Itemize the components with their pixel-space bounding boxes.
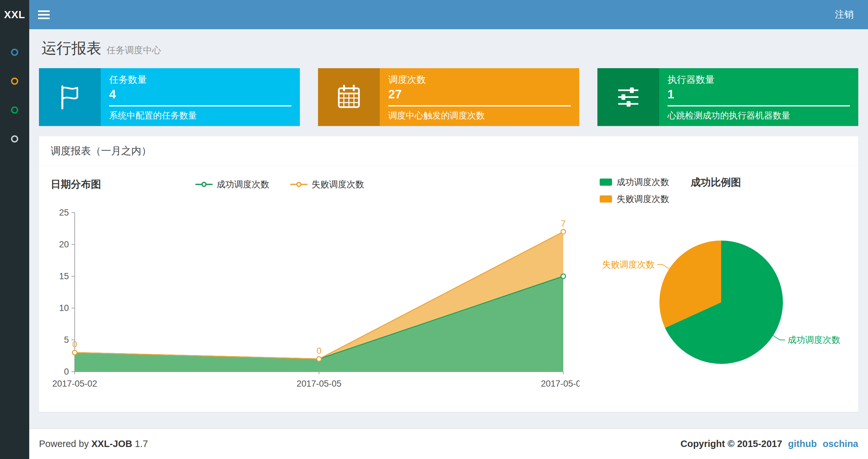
info-box-desc: 调度中心触发的调度次数 xyxy=(388,110,570,122)
hamburger-icon xyxy=(38,8,50,21)
info-box-desc: 系统中配置的任务数量 xyxy=(109,110,291,122)
svg-text:2017-05-08: 2017-05-08 xyxy=(541,379,580,389)
info-box-executors: 执行器数量 1 心跳检测成功的执行器机器数量 xyxy=(597,68,858,126)
svg-text:20: 20 xyxy=(59,239,69,249)
svg-text:0: 0 xyxy=(316,346,321,356)
github-link[interactable]: github xyxy=(788,438,817,449)
report-panel: 调度报表（一月之内） 日期分布图 成功调度次数 xyxy=(39,136,858,412)
svg-text:0: 0 xyxy=(72,339,77,349)
calendar-icon xyxy=(318,68,380,126)
swatch-icon xyxy=(600,195,612,202)
powered-by: Powered by XXL-JOB 1.7 xyxy=(39,438,148,449)
success-ratio-section: 成功调度次数 失败调度次数 成功比例图 成功调度次数失败调度次数 xyxy=(580,172,852,402)
divider xyxy=(388,105,570,106)
svg-text:2017-05-05: 2017-05-05 xyxy=(297,379,341,389)
legend-item-success[interactable]: 成功调度次数 xyxy=(195,178,269,190)
powered-prefix: Powered by xyxy=(39,438,89,449)
info-box-label: 执行器数量 xyxy=(668,73,850,86)
circle-icon xyxy=(11,106,18,113)
line-chart-title: 日期分布图 xyxy=(51,177,101,191)
divider xyxy=(109,105,291,106)
svg-text:0: 0 xyxy=(64,367,69,376)
ring-icon xyxy=(296,182,302,187)
sidebar-item-4[interactable] xyxy=(0,124,29,153)
swatch-icon xyxy=(600,178,612,186)
page-title-text: 运行报表 xyxy=(41,40,101,57)
copyright-text: Copyright © 2015-2017 xyxy=(681,438,782,449)
pie-chart-title: 成功比例图 xyxy=(691,175,741,189)
svg-text:5: 5 xyxy=(64,335,69,345)
info-box-triggers: 调度次数 27 调度中心触发的调度次数 xyxy=(318,68,579,126)
legend-item-fail[interactable]: 失败调度次数 xyxy=(600,193,669,205)
info-box-value: 1 xyxy=(668,88,850,101)
copyright: Copyright © 2015-2017 github oschina xyxy=(681,438,858,449)
svg-text:7: 7 xyxy=(561,219,565,229)
sidebar-item-1[interactable] xyxy=(0,38,29,67)
sidebar-item-3[interactable] xyxy=(0,95,29,124)
info-box-desc: 心跳检测成功的执行器机器数量 xyxy=(668,110,850,122)
svg-text:2017-05-02: 2017-05-02 xyxy=(52,379,97,389)
line-marker-icon xyxy=(195,184,213,185)
success-ratio-chart: 成功调度次数失败调度次数 xyxy=(585,205,845,400)
brand-name: XXL-JOB xyxy=(91,438,132,449)
svg-text:失败调度次数: 失败调度次数 xyxy=(602,260,655,269)
oschina-link[interactable]: oschina xyxy=(823,438,858,449)
sidebar xyxy=(0,29,29,459)
page-title: 运行报表任务调度中心 xyxy=(41,38,856,59)
footer: Powered by XXL-JOB 1.7 Copyright © 2015-… xyxy=(29,428,868,459)
app-logo[interactable]: XXL xyxy=(0,0,29,29)
legend-item-fail[interactable]: 失败调度次数 xyxy=(290,178,364,190)
page-subtitle: 任务调度中心 xyxy=(106,45,161,55)
info-box-label: 调度次数 xyxy=(388,73,570,86)
legend-item-success[interactable]: 成功调度次数 xyxy=(600,176,669,188)
svg-text:成功调度次数: 成功调度次数 xyxy=(788,335,840,345)
circle-icon xyxy=(11,77,18,85)
line-marker-icon xyxy=(290,184,308,185)
info-box-value: 27 xyxy=(388,88,570,101)
svg-text:10: 10 xyxy=(59,303,69,313)
main-content: 运行报表任务调度中心 任务数量 4 系统中配置的任务数量 xyxy=(29,29,868,428)
pie-chart-legend: 成功调度次数 失败调度次数 xyxy=(600,176,669,205)
panel-title: 调度报表（一月之内） xyxy=(39,136,858,166)
legend-label: 成功调度次数 xyxy=(217,178,269,190)
sidebar-toggle-button[interactable] xyxy=(29,0,59,29)
info-box-jobs: 任务数量 4 系统中配置的任务数量 xyxy=(39,68,300,126)
circle-icon xyxy=(11,135,18,142)
circle-icon xyxy=(11,49,18,56)
info-box-row: 任务数量 4 系统中配置的任务数量 调度次数 2 xyxy=(39,68,858,126)
legend-label: 失败调度次数 xyxy=(312,178,364,190)
svg-text:25: 25 xyxy=(59,208,69,218)
info-box-value: 4 xyxy=(109,88,291,101)
date-distribution-chart: 05101520252017-05-022017-05-052017-05-08… xyxy=(47,193,580,401)
sliders-icon xyxy=(597,68,659,126)
line-chart-legend: 成功调度次数 失败调度次数 xyxy=(195,178,364,190)
ring-icon xyxy=(202,182,207,187)
legend-label: 失败调度次数 xyxy=(617,193,669,205)
svg-text:15: 15 xyxy=(59,271,69,281)
date-distribution-section: 日期分布图 成功调度次数 xyxy=(47,172,580,402)
flag-icon xyxy=(39,68,101,126)
version: 1.7 xyxy=(135,438,148,449)
top-navbar: XXL 注销 xyxy=(0,0,868,29)
info-box-label: 任务数量 xyxy=(109,73,291,86)
logout-link[interactable]: 注销 xyxy=(835,8,854,21)
legend-label: 成功调度次数 xyxy=(617,176,669,188)
divider xyxy=(668,105,850,106)
sidebar-item-2[interactable] xyxy=(0,67,29,95)
